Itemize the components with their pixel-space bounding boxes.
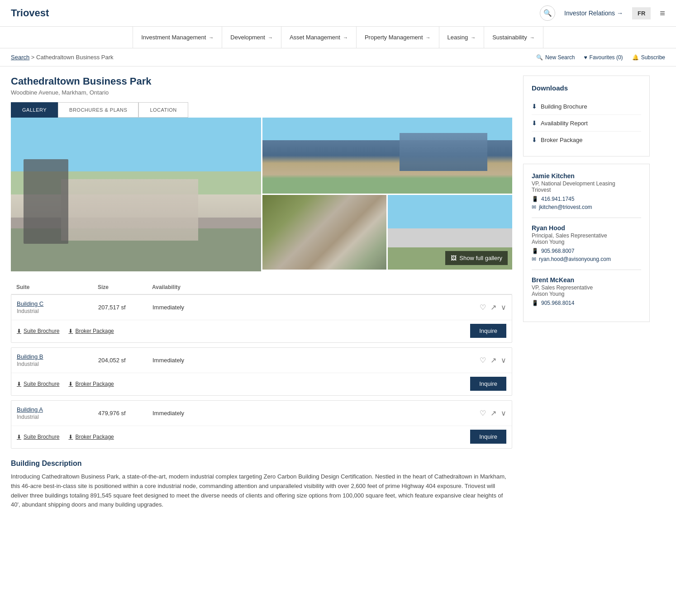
expand-button-c[interactable]: ∨: [501, 303, 506, 312]
favourite-button-a[interactable]: ♡: [480, 409, 486, 417]
nav-leasing[interactable]: Leasing →: [439, 27, 485, 48]
inquire-button-c[interactable]: Inquire: [470, 324, 506, 338]
suite-type-b: Industrial: [17, 361, 39, 367]
suite-type-a: Industrial: [17, 414, 39, 420]
contact-email-ryan[interactable]: ✉ ryan.hood@avisonyoung.com: [532, 256, 641, 262]
suite-name-b[interactable]: Building B: [17, 353, 98, 360]
contact-phone-ryan[interactable]: 📱 905.968.8007: [532, 248, 641, 254]
downloads-title: Downloads: [532, 84, 641, 92]
search-button[interactable]: 🔍: [540, 5, 555, 21]
contact-title-ryan: Principal, Sales Representative: [532, 232, 641, 239]
suite-brochure-c[interactable]: ⬇ Suite Brochure: [17, 328, 59, 334]
building-description-section: Building Description Introducing Cathedr…: [11, 460, 512, 510]
contact-company-ryan: Avison Young: [532, 239, 641, 245]
tab-gallery[interactable]: GALLERY: [11, 102, 58, 118]
gallery-aerial-image[interactable]: [262, 195, 387, 270]
nav-investment-management[interactable]: Investment Management →: [133, 27, 222, 48]
broker-package-b[interactable]: ⬇ Broker Package: [68, 381, 114, 387]
suite-size-c: 207,517 sf: [98, 304, 152, 311]
download-icon: ⬇: [68, 381, 73, 387]
heart-icon: ♥: [584, 54, 587, 61]
expand-button-b[interactable]: ∨: [501, 356, 506, 365]
broker-package-a[interactable]: ⬇ Broker Package: [68, 434, 114, 440]
bell-icon: 🔔: [632, 54, 639, 61]
download-icon: ⬇: [68, 328, 73, 334]
suite-size-b: 204,052 sf: [98, 357, 152, 364]
suite-actions-c: ♡ ↗ ∨: [480, 303, 506, 312]
suite-row-a-main: Building A Industrial 479,976 sf Immedia…: [11, 401, 512, 426]
download-availability-report[interactable]: ⬇ Availability Report: [532, 115, 641, 132]
contact-email-jamie[interactable]: ✉ jkitchen@triovest.com: [532, 204, 641, 210]
download-icon-brochure: ⬇: [532, 103, 537, 110]
tab-brochures[interactable]: BROCHURES & PLANS: [58, 102, 138, 118]
contact-name-ryan: Ryan Hood: [532, 224, 641, 232]
suite-row-a-footer: ⬇ Suite Brochure ⬇ Broker Package Inquir…: [11, 426, 512, 448]
logo: Triovest: [11, 7, 49, 19]
download-broker-package[interactable]: ⬇ Broker Package: [532, 132, 641, 148]
share-button-c[interactable]: ↗: [490, 303, 496, 312]
contact-brent-mckean: Brent McKean VP, Sales Representative Av…: [532, 276, 641, 306]
breadcrumb-bar: Search > Cathedraltown Business Park 🔍 N…: [0, 48, 676, 66]
share-button-b[interactable]: ↗: [490, 356, 496, 365]
suite-row-a: Building A Industrial 479,976 sf Immedia…: [11, 400, 512, 449]
suite-name-a[interactable]: Building A: [17, 406, 98, 413]
suite-brochure-b[interactable]: ⬇ Suite Brochure: [17, 381, 59, 387]
contacts-section: Jamie Kitchen VP, National Development L…: [523, 164, 650, 322]
downloads-section: Downloads ⬇ Building Brochure ⬇ Availabi…: [523, 76, 650, 156]
favourites-button[interactable]: ♥ Favourites (0): [584, 54, 623, 61]
favourite-button-c[interactable]: ♡: [480, 303, 486, 312]
investor-relations-link[interactable]: Investor Relations →: [564, 9, 623, 17]
suite-row-b: Building B Industrial 204,052 sf Immedia…: [11, 347, 512, 396]
download-building-brochure[interactable]: ⬇ Building Brochure: [532, 98, 641, 115]
nav-sustainability[interactable]: Sustainability →: [484, 27, 543, 48]
expand-button-a[interactable]: ∨: [501, 409, 506, 417]
nav-property-management[interactable]: Property Management →: [357, 27, 439, 48]
building-desc-text: Introducing Cathedraltown Business Park,…: [11, 472, 512, 510]
contact-phone-jamie[interactable]: 📱 416.941.1745: [532, 196, 641, 202]
broker-package-c[interactable]: ⬇ Broker Package: [68, 328, 114, 334]
email-icon-ryan: ✉: [532, 256, 536, 262]
subscribe-button[interactable]: 🔔 Subscribe: [632, 54, 665, 61]
download-icon: ⬇: [68, 434, 73, 440]
contact-company-jamie: Triovest: [532, 187, 641, 193]
hamburger-menu[interactable]: ≡: [660, 8, 665, 19]
contact-name-jamie: Jamie Kitchen: [532, 172, 641, 180]
suite-actions-a: ♡ ↗ ∨: [480, 409, 506, 417]
favourite-button-b[interactable]: ♡: [480, 356, 486, 365]
suite-name-c[interactable]: Building C: [17, 300, 98, 307]
new-search-button[interactable]: 🔍 New Search: [536, 54, 575, 61]
suite-b-doc-links: ⬇ Suite Brochure ⬇ Broker Package: [17, 381, 114, 387]
phone-icon-jamie: 📱: [532, 196, 538, 202]
contact-divider-2: [532, 270, 641, 270]
tab-location[interactable]: LOCATION: [138, 102, 188, 118]
download-icon: ⬇: [17, 328, 21, 334]
suite-row-c-main: Building C Industrial 207,517 sf Immedia…: [11, 295, 512, 320]
suite-brochure-a[interactable]: ⬇ Suite Brochure: [17, 434, 59, 440]
gallery-top-right-image[interactable]: [262, 118, 513, 194]
show-gallery-button[interactable]: 🖼 Show full gallery: [445, 251, 508, 265]
download-icon: ⬇: [17, 434, 21, 440]
contact-jamie-kitchen: Jamie Kitchen VP, National Development L…: [532, 172, 641, 210]
share-button-a[interactable]: ↗: [490, 409, 496, 417]
email-icon-jamie: ✉: [532, 204, 536, 210]
contact-title-brent: VP, Sales Representative: [532, 284, 641, 291]
gallery-right-column: 🖼 Show full gallery: [262, 118, 513, 270]
gallery-exterior-image[interactable]: 🖼 Show full gallery: [388, 195, 512, 270]
nav-asset-management[interactable]: Asset Management →: [281, 27, 357, 48]
top-bar: Triovest 🔍 Investor Relations → FR ≡: [0, 0, 676, 27]
suite-row-b-footer: ⬇ Suite Brochure ⬇ Broker Package Inquir…: [11, 373, 512, 395]
suite-a-doc-links: ⬇ Suite Brochure ⬇ Broker Package: [17, 434, 114, 440]
breadcrumb-search-link[interactable]: Search: [11, 54, 29, 61]
gallery-main-image[interactable]: [11, 118, 261, 271]
suite-c-doc-links: ⬇ Suite Brochure ⬇ Broker Package: [17, 328, 114, 334]
search-icon: 🔍: [536, 54, 543, 61]
property-address: Woodbine Avenue, Markham, Ontario: [11, 89, 512, 96]
contact-phone-brent[interactable]: 📱 905.968.8014: [532, 300, 641, 306]
nav-development[interactable]: Development →: [222, 27, 281, 48]
suite-table-header: Suite Size Availability: [11, 280, 512, 294]
suite-row-c-footer: ⬇ Suite Brochure ⬇ Broker Package Inquir…: [11, 320, 512, 342]
language-button[interactable]: FR: [632, 7, 651, 19]
inquire-button-b[interactable]: Inquire: [470, 377, 506, 391]
main-content: Cathedraltown Business Park Woodbine Ave…: [11, 76, 512, 510]
inquire-button-a[interactable]: Inquire: [470, 430, 506, 444]
